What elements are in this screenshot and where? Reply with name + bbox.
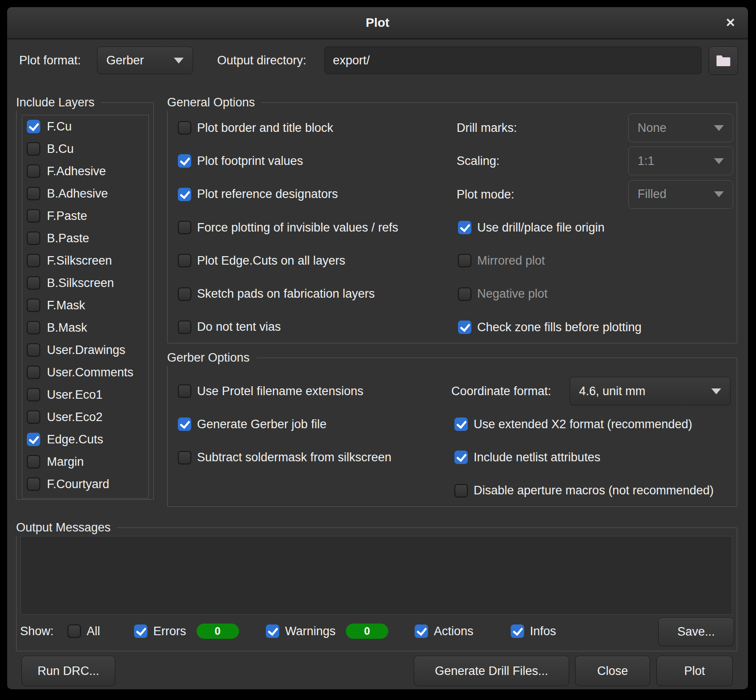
option-row: Mirrored plot bbox=[458, 244, 642, 277]
option-checkbox[interactable] bbox=[454, 451, 468, 464]
option-row: Plot border and title block bbox=[178, 111, 398, 144]
browse-folder-button[interactable] bbox=[709, 46, 738, 75]
filter-item: All bbox=[67, 617, 100, 645]
layer-row: User.Comments bbox=[22, 361, 148, 384]
layer-label: B.Cu bbox=[47, 142, 74, 156]
include-layers-list[interactable]: F.Cu B.Cu F.Adhesive B.Adhesive bbox=[22, 115, 149, 498]
option-checkbox[interactable] bbox=[458, 320, 471, 334]
layer-checkbox[interactable] bbox=[27, 366, 40, 379]
option-checkbox[interactable] bbox=[178, 384, 191, 398]
option-checkbox[interactable] bbox=[178, 320, 191, 334]
layer-label: B.Silkscreen bbox=[47, 276, 114, 290]
layer-row: F.Mask bbox=[22, 294, 148, 316]
layer-checkbox[interactable] bbox=[27, 410, 40, 424]
coordinate-format-row: Coordinate format: 4.6, unit mm bbox=[451, 375, 733, 408]
layer-checkbox[interactable] bbox=[27, 477, 40, 491]
option-checkbox[interactable] bbox=[454, 484, 468, 498]
layer-checkbox[interactable] bbox=[27, 120, 40, 133]
layer-label: User.Eco2 bbox=[47, 410, 103, 424]
include-layers-title: Include Layers bbox=[16, 94, 101, 111]
option-label: Plot Edge.Cuts on all layers bbox=[197, 254, 345, 268]
layer-label: User.Drawings bbox=[47, 343, 126, 357]
dropdown-row: Drill marks: None bbox=[457, 111, 733, 144]
layer-label: Margin bbox=[47, 455, 84, 469]
plot-button[interactable]: Plot bbox=[656, 656, 733, 686]
dropdown-value: 1:1 bbox=[638, 154, 655, 168]
option-row: Use drill/place file origin bbox=[458, 211, 642, 244]
chevron-down-icon bbox=[714, 158, 724, 164]
count-badge: 0 bbox=[197, 624, 239, 639]
option-label: Generate Gerber job file bbox=[197, 417, 327, 431]
layer-checkbox[interactable] bbox=[27, 388, 40, 401]
layer-row: B.Cu bbox=[22, 138, 148, 160]
close-icon[interactable]: ✕ bbox=[725, 7, 735, 38]
titlebar[interactable]: Plot ✕ bbox=[7, 7, 748, 39]
layer-checkbox[interactable] bbox=[27, 433, 40, 446]
option-checkbox[interactable] bbox=[178, 121, 191, 135]
chevron-down-icon bbox=[714, 125, 724, 131]
option-label: Mirrored plot bbox=[477, 254, 545, 268]
layer-label: User.Comments bbox=[47, 366, 134, 380]
save-button[interactable]: Save... bbox=[658, 617, 734, 646]
option-dropdown: None bbox=[628, 114, 733, 142]
layer-label: Edge.Cuts bbox=[47, 433, 103, 447]
option-checkbox[interactable] bbox=[178, 254, 191, 267]
option-label: Plot footprint values bbox=[197, 154, 303, 168]
option-checkbox[interactable] bbox=[454, 417, 468, 431]
layer-checkbox[interactable] bbox=[27, 164, 40, 178]
output-directory-input[interactable]: export/ bbox=[324, 46, 701, 74]
option-checkbox[interactable] bbox=[178, 188, 191, 201]
option-checkbox[interactable] bbox=[178, 287, 191, 301]
option-label: Use extended X2 format (recommended) bbox=[474, 417, 692, 431]
option-checkbox[interactable] bbox=[178, 221, 191, 234]
layer-label: F.Paste bbox=[47, 209, 87, 223]
layer-checkbox[interactable] bbox=[27, 142, 40, 156]
general-options-title: General Options bbox=[167, 94, 261, 111]
layer-checkbox[interactable] bbox=[27, 321, 40, 334]
filter-label: Errors bbox=[153, 624, 186, 638]
layer-row: F.Silkscreen bbox=[22, 249, 148, 272]
output-messages-group: Output Messages Show: All Errors 0 bbox=[16, 527, 737, 651]
run-drc-button[interactable]: Run DRC... bbox=[21, 656, 115, 686]
layer-checkbox[interactable] bbox=[27, 299, 40, 312]
option-row: Check zone fills before plotting bbox=[458, 311, 642, 344]
layer-checkbox[interactable] bbox=[27, 209, 40, 223]
filter-label: All bbox=[87, 624, 100, 638]
general-options-group: General Options Plot border and title bl… bbox=[167, 102, 737, 343]
close-button[interactable]: Close bbox=[575, 656, 650, 686]
filter-checkbox[interactable] bbox=[511, 624, 524, 638]
general-right-checks: Use drill/place file origin Mirrored plo… bbox=[458, 211, 642, 344]
layer-checkbox[interactable] bbox=[27, 187, 40, 200]
option-label: Do not tent vias bbox=[197, 320, 281, 334]
generate-drill-files-button[interactable]: Generate Drill Files... bbox=[414, 656, 569, 686]
option-checkbox[interactable] bbox=[458, 287, 471, 301]
filter-checkbox[interactable] bbox=[134, 624, 147, 638]
option-checkbox[interactable] bbox=[458, 221, 471, 234]
plot-format-dropdown[interactable]: Gerber bbox=[97, 46, 193, 74]
option-checkbox[interactable] bbox=[178, 154, 191, 168]
option-checkbox[interactable] bbox=[178, 451, 191, 464]
filter-checkbox[interactable] bbox=[415, 624, 428, 638]
layer-checkbox[interactable] bbox=[27, 232, 40, 245]
layer-checkbox[interactable] bbox=[27, 276, 40, 290]
layer-label: B.Paste bbox=[47, 232, 89, 245]
layer-label: F.Mask bbox=[47, 299, 85, 312]
layer-checkbox[interactable] bbox=[27, 455, 40, 468]
layer-checkbox[interactable] bbox=[27, 254, 40, 267]
layer-checkbox[interactable] bbox=[27, 343, 40, 357]
option-checkbox[interactable] bbox=[178, 417, 191, 431]
show-label: Show: bbox=[20, 617, 54, 645]
count-badge: 0 bbox=[346, 624, 388, 639]
output-directory-label: Output directory: bbox=[217, 46, 307, 74]
option-checkbox[interactable] bbox=[458, 254, 471, 267]
coordinate-format-dropdown[interactable]: 4.6, unit mm bbox=[570, 377, 731, 405]
gerber-options-group: Gerber Options Use Protel filename exten… bbox=[167, 358, 737, 507]
output-messages-area[interactable] bbox=[21, 536, 732, 615]
layer-row: Edge.Cuts bbox=[22, 428, 148, 451]
filter-checkbox[interactable] bbox=[266, 624, 279, 638]
filter-label: Warnings bbox=[285, 624, 336, 638]
layer-label: F.Courtyard bbox=[47, 477, 109, 491]
filter-checkbox[interactable] bbox=[67, 624, 81, 638]
layer-row: B.Silkscreen bbox=[22, 272, 148, 294]
filter-item: Actions bbox=[415, 617, 474, 645]
